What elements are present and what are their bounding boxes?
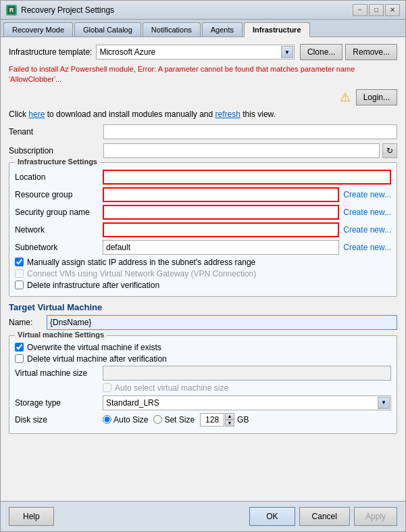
ok-button[interactable]: OK bbox=[249, 507, 295, 526]
clone-button[interactable]: Clone... bbox=[300, 44, 342, 60]
tenant-input[interactable] bbox=[103, 124, 397, 139]
help-button[interactable]: Help bbox=[9, 507, 54, 526]
overwrite-label: Overwrite the virtual machine if exists bbox=[27, 343, 161, 352]
checkbox-vpn-row: Connect VMs using Virtual Network Gatewa… bbox=[15, 269, 391, 279]
minimize-button[interactable]: − bbox=[353, 4, 367, 16]
main-content: Infrastructure template: Microsoft Azure… bbox=[1, 37, 405, 501]
disk-size-unit: GB bbox=[237, 415, 249, 425]
svg-text:R: R bbox=[9, 7, 14, 14]
tab-infrastructure[interactable]: Infrastructure bbox=[244, 22, 310, 37]
vpn-label: Connect VMs using Virtual Network Gatewa… bbox=[27, 269, 256, 279]
apply-button[interactable]: Apply bbox=[354, 507, 397, 526]
subscription-refresh-button[interactable]: ↻ bbox=[382, 143, 397, 158]
resource-group-row: Resource group Create new... bbox=[15, 187, 391, 202]
warning-icon: ⚠ bbox=[340, 90, 351, 105]
checkbox-delete-infra-row: Delete infrastructure after verification bbox=[15, 281, 391, 290]
delete-vm-checkbox[interactable] bbox=[15, 354, 24, 363]
auto-select-row: Auto select virtual machine size bbox=[103, 383, 391, 393]
link-row: Click here to download and install modul… bbox=[9, 110, 397, 119]
network-input[interactable] bbox=[103, 222, 339, 237]
infra-settings-box: Infrastructure Settings Location Resourc… bbox=[9, 162, 397, 297]
error-message: Failed to install Az Powershell module, … bbox=[9, 64, 397, 85]
subscription-label: Subscription bbox=[9, 146, 103, 155]
location-input[interactable] bbox=[103, 170, 391, 185]
auto-size-text: Auto Size bbox=[113, 415, 148, 425]
location-label: Location bbox=[15, 172, 103, 182]
tab-recovery-mode[interactable]: Recovery Mode bbox=[3, 22, 73, 37]
window-controls: − □ ✕ bbox=[353, 4, 400, 16]
title-bar: R Recovery Project Settings − □ ✕ bbox=[1, 1, 405, 20]
infra-settings-title: Infrastructure Settings bbox=[15, 158, 100, 166]
tenant-row: Tenant bbox=[9, 124, 397, 139]
subnetwork-input[interactable] bbox=[103, 240, 339, 255]
overwrite-checkbox[interactable] bbox=[15, 343, 24, 352]
window-icon: R bbox=[6, 5, 17, 16]
vm-name-input[interactable] bbox=[47, 315, 397, 330]
delete-vm-label: Delete virtual machine after verificatio… bbox=[27, 354, 167, 364]
storage-type-label: Storage type bbox=[15, 398, 103, 408]
network-create-link[interactable]: Create new... bbox=[343, 225, 391, 235]
disk-size-options: Auto Size Set Size ▲ ▼ GB bbox=[103, 413, 249, 427]
storage-type-select-wrapper: Standard_LRS Premium_LRS ▼ bbox=[103, 395, 391, 410]
infra-settings-content: Location Resource group Create new... Se… bbox=[15, 170, 391, 290]
here-link[interactable]: here bbox=[28, 110, 45, 119]
static-ip-checkbox[interactable] bbox=[15, 258, 24, 266]
vm-settings-box: Virtual machine Settings Overwrite the v… bbox=[9, 335, 397, 434]
subnetwork-label: Subnetwork bbox=[15, 243, 103, 252]
vpn-checkbox[interactable] bbox=[15, 269, 24, 278]
infra-template-select[interactable]: Microsoft Azure bbox=[96, 45, 295, 59]
tab-notifications[interactable]: Notifications bbox=[143, 22, 201, 37]
location-row: Location bbox=[15, 170, 391, 185]
vm-size-input bbox=[103, 366, 391, 381]
tab-agents[interactable]: Agents bbox=[202, 22, 243, 37]
window-title: Recovery Project Settings bbox=[21, 5, 353, 15]
tenant-label: Tenant bbox=[9, 127, 103, 137]
delete-infra-label: Delete infrastructure after verification bbox=[27, 281, 159, 290]
disk-size-input[interactable] bbox=[200, 413, 224, 427]
disk-size-spinner: ▲ ▼ GB bbox=[200, 413, 249, 427]
vm-name-label: Name: bbox=[9, 318, 43, 327]
refresh-link[interactable]: refresh bbox=[215, 110, 240, 119]
auto-size-radio-label: Auto Size bbox=[103, 415, 148, 425]
cancel-button[interactable]: Cancel bbox=[299, 507, 350, 526]
delete-vm-checkbox-row: Delete virtual machine after verificatio… bbox=[15, 354, 391, 364]
bottom-bar: Help OK Cancel Apply bbox=[1, 501, 405, 531]
subnetwork-row: Subnetwork Create new... bbox=[15, 240, 391, 255]
checkbox-static-ip-row: Manually assign static IP address in the… bbox=[15, 258, 391, 267]
disk-size-up-button[interactable]: ▲ bbox=[225, 413, 234, 420]
set-size-text: Set Size bbox=[164, 415, 195, 425]
resource-group-create-link[interactable]: Create new... bbox=[343, 190, 391, 199]
remove-button[interactable]: Remove... bbox=[345, 44, 397, 60]
set-size-radio[interactable] bbox=[153, 415, 162, 424]
delete-infra-checkbox[interactable] bbox=[15, 281, 24, 289]
vm-settings-content: Overwrite the virtual machine if exists … bbox=[15, 343, 391, 427]
disk-size-down-button[interactable]: ▼ bbox=[225, 420, 234, 427]
overwrite-checkbox-row: Overwrite the virtual machine if exists bbox=[15, 343, 391, 352]
storage-type-select[interactable]: Standard_LRS Premium_LRS bbox=[103, 395, 391, 410]
link-middle: to download and install modules manually… bbox=[45, 110, 215, 119]
resource-group-label: Resource group bbox=[15, 190, 103, 199]
security-group-create-link[interactable]: Create new... bbox=[343, 208, 391, 217]
maximize-button[interactable]: □ bbox=[369, 4, 384, 16]
set-size-radio-label: Set Size bbox=[153, 415, 195, 425]
auto-size-radio[interactable] bbox=[103, 415, 111, 424]
subscription-input[interactable] bbox=[103, 143, 380, 158]
close-button[interactable]: ✕ bbox=[385, 4, 400, 16]
security-group-label: Security group name bbox=[15, 208, 103, 217]
disk-size-row: Disk size Auto Size Set Size bbox=[15, 413, 391, 427]
subscription-row: Subscription ↻ bbox=[9, 143, 397, 158]
network-row: Network Create new... bbox=[15, 222, 391, 237]
auto-select-checkbox[interactable] bbox=[103, 383, 111, 392]
vm-size-label: Virtual machine size bbox=[15, 368, 103, 378]
target-vm-title: Target Virtual Machine bbox=[9, 302, 397, 312]
auto-select-label: Auto select virtual machine size bbox=[115, 383, 228, 393]
subnetwork-create-link[interactable]: Create new... bbox=[343, 243, 391, 252]
security-group-input[interactable] bbox=[103, 205, 339, 220]
target-vm-section: Target Virtual Machine Name: bbox=[9, 302, 397, 330]
login-button[interactable]: Login... bbox=[356, 89, 397, 105]
link-suffix: this view. bbox=[240, 110, 276, 119]
vm-settings-title: Virtual machine Settings bbox=[15, 331, 107, 339]
resource-group-input[interactable] bbox=[103, 187, 339, 202]
security-group-row: Security group name Create new... bbox=[15, 205, 391, 220]
tab-global-catalog[interactable]: Global Catalog bbox=[74, 22, 141, 37]
